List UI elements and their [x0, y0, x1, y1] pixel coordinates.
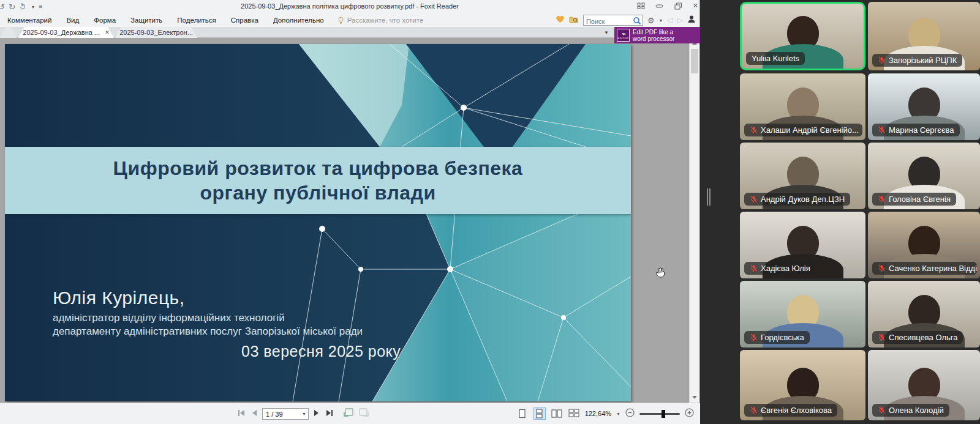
participant-tile[interactable]: Марина Сергєєва [868, 73, 980, 140]
pdf-page-slide: Цифровий розвиток та цифрова безпека орг… [5, 44, 631, 401]
slide-author-role: адміністратор відділу інформаційних техн… [53, 311, 363, 338]
desktop: ↺ ↻ ▼ ≡ 2025-09-03_Державна політика циф… [0, 0, 980, 424]
participant-tile[interactable]: Спесивцева Ольга [868, 281, 980, 348]
participant-tile[interactable]: Хадієва Юлія [740, 212, 865, 278]
slide-author-name: Юлія Курілець, [53, 288, 363, 308]
continuous-facing-view-icon[interactable] [568, 407, 580, 420]
participant-name-label: Yuliia Kurilets [746, 52, 805, 65]
facing-view-icon[interactable] [551, 407, 563, 420]
participant-tile[interactable]: Yuliia Kurilets [740, 2, 865, 70]
participant-name: Саченко Катерина Відді [889, 264, 977, 273]
tab-list-caret-icon[interactable]: ▼ [604, 30, 609, 35]
slide-title-line2: органу публічної влади [200, 180, 435, 205]
participant-name-label: Олена Колодій [872, 404, 949, 417]
menu-share[interactable]: Поделиться [170, 13, 224, 27]
zoom-in-icon[interactable] [685, 408, 694, 420]
zoom-slider[interactable] [639, 413, 680, 415]
single-page-view-icon[interactable] [516, 407, 529, 420]
scrollbar-thumb[interactable] [691, 49, 698, 73]
menu-protect[interactable]: Защитить [123, 13, 170, 27]
participant-tile[interactable]: Халаши Андрій Євгенійо... [740, 73, 865, 140]
tab-close-icon[interactable]: ✕ [105, 29, 110, 35]
foxit-reader-window: ↺ ↻ ▼ ≡ 2025-09-03_Державна політика циф… [0, 0, 700, 424]
edit-pdf-promo-banner[interactable]: ⌁EDITOR Edit PDF like aword processor [614, 27, 700, 43]
menu-view[interactable]: Вид [59, 13, 86, 27]
tell-me-hint[interactable]: Расскажите, что хотите [337, 17, 424, 24]
mic-muted-icon [878, 56, 886, 64]
participant-tile[interactable]: Запорізький РЦПК [868, 2, 980, 70]
participant-name: Андрій Дуков Деп.ЦЗН [761, 195, 845, 204]
minimize-icon[interactable] [655, 3, 664, 9]
last-page-icon[interactable] [325, 409, 334, 420]
previous-view-icon[interactable] [344, 408, 354, 420]
restore-window-icon[interactable] [674, 2, 682, 10]
participant-name: Запорізький РЦПК [889, 56, 957, 65]
participant-name-label: Андрій Дуков Деп.ЦЗН [744, 193, 850, 206]
next-page-icon[interactable] [313, 409, 320, 420]
search-box [583, 15, 643, 26]
page-number-caret-icon[interactable]: ▼ [302, 412, 308, 416]
continuous-view-icon[interactable] [533, 407, 546, 420]
mic-muted-icon [878, 333, 886, 341]
meeting-participants-panel: Yuliia KuriletsЗапорізький РЦПКХалаши Ан… [701, 0, 980, 424]
title-bar[interactable]: ↺ ↻ ▼ ≡ 2025-09-03_Державна політика циф… [0, 0, 699, 13]
gear-caret-icon[interactable]: ▼ [659, 18, 663, 23]
scroll-down-icon[interactable] [692, 396, 697, 399]
restore-tabs-icon[interactable] [637, 2, 645, 9]
vertical-scrollbar[interactable] [689, 38, 699, 403]
tab-label: 2025-09-03_Державна ... [23, 29, 100, 36]
mic-muted-icon [878, 126, 886, 134]
close-icon[interactable]: ✕ [693, 2, 698, 10]
first-page-icon[interactable] [236, 409, 246, 420]
search-folder-icon[interactable] [569, 15, 579, 26]
history-back-icon[interactable]: ◁ [668, 16, 673, 24]
participant-tile[interactable]: Гордієвська [740, 281, 865, 348]
toolbar-right: ⚙ ▼ ◁ ▷ [556, 15, 699, 26]
participant-name-label: Запорізький РЦПК [872, 54, 962, 67]
participant-name: Євгенія Єлховікова [761, 406, 832, 415]
participant-tile[interactable]: Олена Колодій [868, 350, 980, 420]
document-tab-bar: 2025-09-03_Державна ... ✕ 2025-09-03_Еле… [0, 27, 699, 38]
tab-partial[interactable] [0, 27, 17, 38]
participant-name-label: Саченко Катерина Відді [872, 262, 977, 275]
tab-derzhavna[interactable]: 2025-09-03_Державна ... ✕ [18, 27, 114, 38]
page-navigation: ▼ [236, 408, 369, 420]
menu-extra[interactable]: Дополнительно [266, 13, 331, 27]
participant-tile[interactable]: Саченко Катерина Відді [868, 212, 980, 278]
participant-name: Хадієва Юлія [761, 264, 810, 273]
zoom-slider-knob[interactable] [662, 410, 665, 418]
menu-form[interactable]: Форма [86, 13, 123, 27]
hand-cursor-icon [655, 267, 666, 278]
participant-name: Гордієвська [761, 333, 804, 342]
mic-muted-icon [750, 264, 758, 272]
window-title: 2025-09-03_Державна політика цифрового р… [0, 2, 699, 10]
participant-name-label: Головіна Євгенія [872, 193, 956, 206]
favorites-heart-icon[interactable] [556, 15, 565, 26]
next-view-icon[interactable] [358, 408, 369, 420]
previous-page-icon[interactable] [251, 409, 258, 420]
participant-tile[interactable]: Андрій Дуков Деп.ЦЗН [740, 143, 865, 209]
status-bar: ▼ [0, 403, 700, 424]
menu-help[interactable]: Справка [224, 13, 266, 27]
zoom-controls: 122,64% ▼ [516, 407, 694, 420]
zoom-out-icon[interactable] [625, 408, 635, 420]
zoom-caret-icon[interactable]: ▼ [616, 412, 620, 416]
page-number-input[interactable] [263, 411, 298, 418]
slide-title-line1: Цифровий розвиток та цифрова безпека [113, 156, 523, 180]
slide-author-block: Юлія Курілець, адміністратор відділу інф… [53, 288, 363, 338]
history-forward-icon[interactable]: ▷ [677, 16, 683, 24]
mic-muted-icon [878, 406, 886, 414]
participant-tile[interactable]: Євгенія Єлховікова [740, 350, 865, 420]
participant-name-label: Марина Сергєєва [872, 124, 960, 136]
document-area[interactable]: Цифровий розвиток та цифрова безпека орг… [0, 38, 700, 403]
search-input[interactable] [584, 17, 630, 26]
participant-name-label: Євгенія Єлховікова [744, 404, 837, 417]
menu-comment[interactable]: Комментарий [0, 13, 59, 27]
user-account-icon[interactable] [687, 15, 696, 26]
participant-tile[interactable]: Головіна Євгенія [868, 143, 980, 209]
mic-muted-icon [750, 333, 758, 341]
tab-elektron[interactable]: 2025-09-03_Електрон... [115, 27, 197, 38]
gear-icon[interactable]: ⚙ [647, 16, 655, 25]
zoom-percentage[interactable]: 122,64% [585, 410, 611, 417]
search-icon[interactable] [633, 17, 641, 25]
